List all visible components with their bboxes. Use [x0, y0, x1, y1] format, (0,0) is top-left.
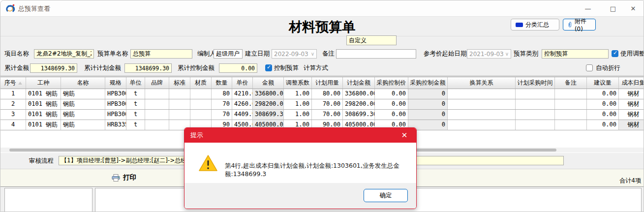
table-cell[interactable]: 钢筋	[61, 110, 105, 120]
ok-button[interactable]: 确定	[364, 189, 408, 202]
table-cell[interactable]: 0	[408, 89, 448, 99]
table-cell[interactable]: 0	[408, 110, 448, 120]
table-cell[interactable]: 70	[212, 110, 232, 120]
column-header[interactable]: 序号	[0, 77, 26, 89]
table-cell[interactable]: 0.00	[587, 99, 619, 109]
table-cell[interactable]: 钢筋	[61, 120, 105, 130]
table-cell[interactable]: 0101 钢筋	[26, 110, 61, 120]
table-cell[interactable]: 70	[212, 99, 232, 109]
table-cell[interactable]: 308699.30	[343, 110, 375, 120]
column-header[interactable]: 单价	[232, 77, 253, 89]
table-cell[interactable]: 2	[0, 99, 26, 109]
table-cell[interactable]: 4409.99	[232, 110, 253, 120]
table-cell[interactable]: HPB300	[105, 99, 126, 109]
table-cell[interactable]	[169, 99, 190, 109]
column-header[interactable]: 采购控制金额	[408, 77, 448, 89]
use-adjust-checkbox[interactable]	[612, 50, 618, 57]
table-cell[interactable]: 336800.00	[343, 89, 375, 99]
create-date-dropdown[interactable]: 2022-09-03 ∨	[272, 49, 317, 59]
table-cell[interactable]	[448, 99, 516, 109]
table-cell[interactable]: 钢筋	[61, 89, 105, 99]
table-cell[interactable]	[516, 120, 555, 130]
minimize-button[interactable]: —	[577, 0, 599, 16]
table-cell[interactable]	[169, 89, 190, 99]
table-cell[interactable]: 308699.30	[253, 110, 284, 120]
total-plan-input[interactable]	[124, 63, 172, 73]
close-button[interactable]: ✕	[622, 0, 644, 16]
table-cell[interactable]	[516, 99, 555, 109]
table-cell[interactable]	[145, 120, 169, 130]
table-cell[interactable]	[448, 120, 516, 130]
alert-close-icon[interactable]: ✕	[398, 128, 411, 143]
table-cell[interactable]: 80	[212, 89, 232, 99]
table-cell[interactable]: t	[126, 99, 145, 109]
table-cell[interactable]	[555, 110, 587, 120]
table-cell[interactable]: 4210.00	[232, 89, 253, 99]
table-row[interactable]: 10101 钢筋钢筋HPB300t804210.00336800.001.008…	[0, 89, 644, 99]
table-cell[interactable]: 298200.00	[343, 99, 375, 109]
total-control-input[interactable]	[219, 63, 257, 73]
table-cell[interactable]	[516, 89, 555, 99]
table-cell[interactable]: 0	[408, 99, 448, 109]
table-cell[interactable]: 3	[0, 110, 26, 120]
table-cell[interactable]: 0.00	[587, 120, 619, 130]
table-cell[interactable]: 4260.00	[232, 99, 253, 109]
table-cell[interactable]: 1.00	[284, 99, 312, 109]
column-header[interactable]: 调整系数	[284, 77, 312, 89]
compiler-input[interactable]	[214, 49, 243, 59]
custom-field[interactable]: 自定义	[346, 35, 397, 45]
ref-price-date-dropdown[interactable]: 2021-09-03 ∨	[467, 49, 511, 59]
table-cell[interactable]	[555, 120, 587, 130]
table-cell[interactable]: 0.00	[375, 99, 408, 109]
auto-wrap-checkbox[interactable]	[586, 64, 593, 71]
table-row[interactable]: 30101 钢筋钢筋HPB300t704409.99308699.301.007…	[0, 110, 644, 120]
column-header[interactable]: 换算关系	[448, 77, 516, 89]
title-bar[interactable]: 总预算查看 — □ ✕	[0, 0, 644, 17]
column-header[interactable]: 工种	[26, 77, 61, 89]
table-cell[interactable]: 80.00	[312, 89, 343, 99]
table-cell[interactable]: 0101 钢筋	[26, 99, 61, 109]
table-cell[interactable]	[190, 110, 212, 120]
column-header[interactable]: 计划金额	[343, 77, 375, 89]
table-cell[interactable]: 336800.00	[253, 89, 284, 99]
column-header[interactable]: 采购控制价	[375, 77, 408, 89]
table-cell[interactable]: HRB335	[105, 120, 126, 130]
table-cell[interactable]: 1.00	[284, 89, 312, 99]
control-budget-checkbox[interactable]	[265, 64, 272, 71]
table-cell[interactable]: 0.00	[375, 110, 408, 120]
table-cell[interactable]	[190, 99, 212, 109]
table-cell[interactable]	[516, 110, 555, 120]
table-cell[interactable]	[448, 89, 516, 99]
table-cell[interactable]: 1	[0, 89, 26, 99]
column-header[interactable]: 建议量	[587, 77, 619, 89]
table-cell[interactable]	[448, 110, 516, 120]
table-cell[interactable]: 钢材	[619, 120, 644, 130]
column-header[interactable]: 金额	[253, 77, 284, 89]
column-header[interactable]: 标准	[169, 77, 190, 89]
table-cell[interactable]	[555, 89, 587, 99]
table-cell[interactable]: 0101 钢筋	[26, 89, 61, 99]
column-header[interactable]: 计划采购时间	[516, 77, 555, 89]
column-header[interactable]: 计划用量	[312, 77, 343, 89]
table-cell[interactable]: HPB300	[105, 110, 126, 120]
table-cell[interactable]: 0.00	[587, 89, 619, 99]
table-cell[interactable]: 0101 钢筋	[26, 120, 61, 130]
column-header[interactable]: 备注	[555, 77, 587, 89]
summary-button[interactable]: 分类汇总	[511, 19, 559, 30]
table-cell[interactable]	[145, 89, 169, 99]
table-cell[interactable]: 70.00	[312, 99, 343, 109]
maximize-button[interactable]: □	[602, 0, 624, 16]
table-cell[interactable]: 70.00	[312, 110, 343, 120]
attachment-button[interactable]: 附件(0)	[563, 19, 596, 30]
table-cell[interactable]: 钢材	[619, 110, 644, 120]
table-cell[interactable]: t	[126, 89, 145, 99]
remark-input[interactable]	[336, 49, 416, 59]
table-cell[interactable]: 0.00	[375, 89, 408, 99]
print-button[interactable]: 打印	[112, 173, 136, 182]
column-header[interactable]: 材质	[190, 77, 212, 89]
table-cell[interactable]: 1.00	[284, 110, 312, 120]
project-name-input[interactable]	[34, 49, 94, 59]
table-cell[interactable]	[190, 89, 212, 99]
budget-name-input[interactable]	[130, 49, 192, 59]
table-cell[interactable]	[169, 110, 190, 120]
